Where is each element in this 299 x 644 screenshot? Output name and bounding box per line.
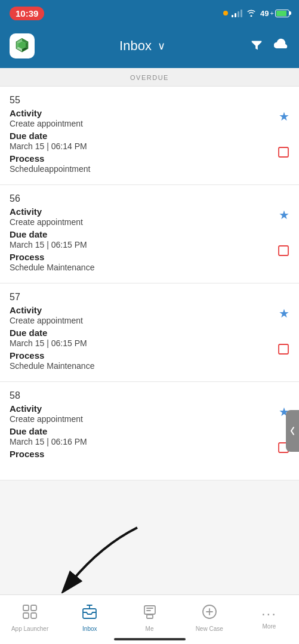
due-date-label-58: Due date <box>10 426 272 436</box>
filter-icon[interactable] <box>250 38 263 54</box>
svg-rect-13 <box>31 605 36 611</box>
activity-value-58: Create appointment <box>10 414 272 424</box>
due-date-label-57: Due date <box>10 328 272 338</box>
cards-container: 55 Activity Create appointment Due date … <box>0 87 299 480</box>
content-area: OVERDUE 55 Activity Create appointment D… <box>0 68 299 534</box>
status-icons: 49 + <box>223 8 289 19</box>
nav-item-inbox[interactable]: Inbox <box>60 595 119 634</box>
header-title[interactable]: Inbox ∨ <box>119 38 165 54</box>
svg-rect-10 <box>279 344 288 354</box>
wifi-icon <box>246 8 257 19</box>
checkbox-icon-55[interactable] <box>278 146 289 161</box>
inbox-chevron-icon: ∨ <box>158 39 165 53</box>
card-number-56: 56 <box>10 193 289 204</box>
checkbox-icon-56[interactable] <box>278 245 289 260</box>
new-case-icon <box>202 604 217 623</box>
process-label-56: Process <box>10 252 272 262</box>
app-launcher-icon <box>22 604 38 623</box>
star-icon-56[interactable]: ★ <box>279 208 289 222</box>
due-date-label-55: Due date <box>10 131 272 141</box>
battery-icon: 49 + <box>260 9 289 18</box>
due-date-value-58: March 15 | 06:16 PM <box>10 437 272 446</box>
nav-item-me[interactable]: Me <box>119 595 179 634</box>
more-icon: ··· <box>261 606 277 621</box>
star-icon-55[interactable]: ★ <box>279 109 289 124</box>
due-date-value-56: March 15 | 06:15 PM <box>10 240 272 249</box>
me-icon <box>142 604 158 623</box>
due-date-value-55: March 15 | 06:14 PM <box>10 141 272 151</box>
status-time: 10:39 <box>10 7 44 20</box>
nav-label-inbox: Inbox <box>82 625 97 632</box>
process-value-55: Scheduleappointment <box>10 164 272 174</box>
scroll-handle[interactable] <box>286 410 299 452</box>
nav-item-more[interactable]: ··· More <box>239 595 299 634</box>
signal-icon <box>232 9 242 17</box>
nav-label-app-launcher: App Launcher <box>11 625 48 632</box>
cloud-icon[interactable] <box>274 38 289 54</box>
status-bar: 10:39 49 + <box>0 0 299 26</box>
notification-dot <box>223 11 228 16</box>
due-date-label-56: Due date <box>10 229 272 239</box>
process-value-57: Schedule Maintenance <box>10 361 272 371</box>
svg-rect-18 <box>147 615 153 618</box>
star-icon-57[interactable]: ★ <box>279 306 289 321</box>
nav-item-new-case[interactable]: New Case <box>180 595 239 634</box>
nav-label-me: Me <box>146 625 154 632</box>
task-card-58[interactable]: 58 Activity Create appointment Due date … <box>0 382 299 480</box>
card-number-57: 57 <box>10 292 289 303</box>
svg-rect-17 <box>144 606 155 614</box>
svg-rect-9 <box>279 246 288 255</box>
activity-value-56: Create appointment <box>10 217 272 227</box>
due-date-value-57: March 15 | 06:15 PM <box>10 338 272 348</box>
activity-label-56: Activity <box>10 207 272 217</box>
bottom-nav: App Launcher Inbox Me <box>0 594 299 644</box>
activity-value-57: Create appointment <box>10 316 272 325</box>
nav-item-app-launcher[interactable]: App Launcher <box>0 595 60 634</box>
nav-label-new-case: New Case <box>196 625 223 632</box>
svg-rect-15 <box>31 613 36 618</box>
svg-rect-16 <box>83 609 96 618</box>
svg-rect-8 <box>279 147 288 157</box>
checkbox-icon-57[interactable] <box>278 343 289 358</box>
activity-label-55: Activity <box>10 108 272 118</box>
task-card-55[interactable]: 55 Activity Create appointment Due date … <box>0 87 299 185</box>
header-actions <box>250 38 289 54</box>
task-card-56[interactable]: 56 Activity Create appointment Due date … <box>0 185 299 284</box>
process-label-58: Process <box>10 449 272 459</box>
activity-label-58: Activity <box>10 403 272 414</box>
process-value-56: Schedule Maintenance <box>10 263 272 272</box>
header: Inbox ∨ <box>0 26 299 68</box>
home-indicator <box>114 638 186 640</box>
app-logo[interactable] <box>10 33 35 58</box>
svg-rect-12 <box>23 605 29 611</box>
nav-label-more: More <box>263 623 276 630</box>
process-label-57: Process <box>10 350 272 360</box>
inbox-nav-icon <box>82 604 97 623</box>
card-number-58: 58 <box>10 390 289 401</box>
process-label-55: Process <box>10 153 272 164</box>
overdue-label: OVERDUE <box>0 68 299 87</box>
activity-label-57: Activity <box>10 305 272 315</box>
activity-value-55: Create appointment <box>10 119 272 128</box>
card-number-55: 55 <box>10 95 289 106</box>
svg-rect-14 <box>23 613 29 618</box>
task-card-57[interactable]: 57 Activity Create appointment Due date … <box>0 284 299 382</box>
